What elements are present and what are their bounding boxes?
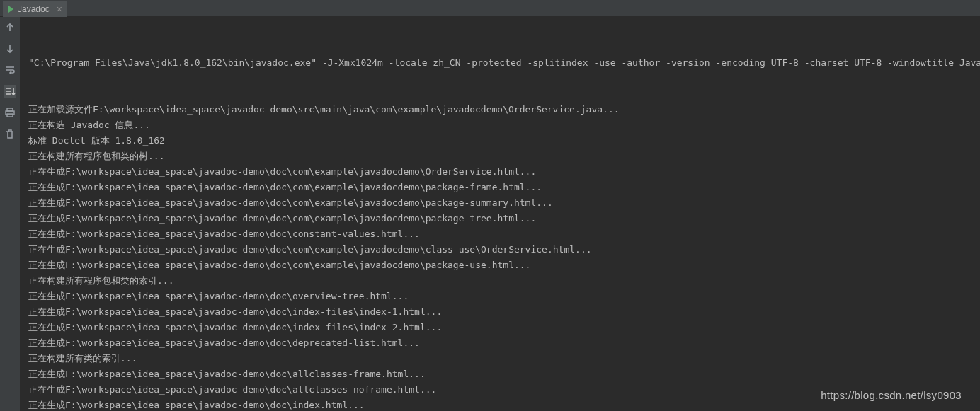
tab-label: Javadoc: [18, 4, 50, 14]
console-line: 正在生成F:\workspace\idea_space\javadoc-demo…: [28, 226, 972, 242]
console-line: 正在生成F:\workspace\idea_space\javadoc-demo…: [28, 335, 972, 351]
tab-bar: Javadoc ×: [0, 0, 980, 17]
command-text: "C:\Program Files\Java\jdk1.8.0_162\bin\…: [28, 57, 980, 68]
console-line: 正在构建所有程序包和类的索引...: [28, 273, 972, 289]
command-line: "C:\Program Files\Java\jdk1.8.0_162\bin\…: [28, 55, 972, 71]
soft-wrap-icon[interactable]: [4, 64, 16, 76]
run-tool-window: "C:\Program Files\Java\jdk1.8.0_162\bin\…: [0, 17, 980, 411]
tab-javadoc[interactable]: Javadoc ×: [3, 1, 67, 17]
console-line: 正在构建所有程序包和类的树...: [28, 149, 972, 164]
console-line: 正在生成F:\workspace\idea_space\javadoc-demo…: [28, 211, 972, 226]
close-icon[interactable]: ×: [54, 4, 62, 14]
console-line: 正在生成F:\workspace\idea_space\javadoc-demo…: [28, 304, 972, 320]
scroll-up-icon[interactable]: [4, 21, 16, 34]
toolbar: [0, 17, 20, 411]
console-line: 正在生成F:\workspace\idea_space\javadoc-demo…: [28, 164, 972, 180]
console-line: 正在构建所有类的索引...: [28, 351, 972, 366]
print-icon[interactable]: [4, 106, 16, 119]
scroll-to-end-icon[interactable]: [4, 85, 16, 98]
console-output[interactable]: "C:\Program Files\Java\jdk1.8.0_162\bin\…: [20, 17, 980, 411]
console-line: 正在生成F:\workspace\idea_space\javadoc-demo…: [28, 180, 972, 195]
console-line: 正在生成F:\workspace\idea_space\javadoc-demo…: [28, 289, 972, 304]
console-line: 正在生成F:\workspace\idea_space\javadoc-demo…: [28, 257, 972, 273]
scroll-down-icon[interactable]: [4, 42, 16, 55]
console-line: 正在生成F:\workspace\idea_space\javadoc-demo…: [28, 320, 972, 335]
console-line: 正在生成F:\workspace\idea_space\javadoc-demo…: [28, 382, 972, 398]
console-line: 正在生成F:\workspace\idea_space\javadoc-demo…: [28, 195, 972, 211]
clear-icon[interactable]: [4, 127, 16, 140]
console-line: 正在构造 Javadoc 信息...: [28, 117, 972, 133]
console-line: 正在生成F:\workspace\idea_space\javadoc-demo…: [28, 398, 972, 411]
console-line: 正在生成F:\workspace\idea_space\javadoc-demo…: [28, 366, 972, 382]
run-icon: [8, 6, 13, 13]
svg-rect-2: [7, 114, 13, 117]
console-line: 标准 Doclet 版本 1.8.0_162: [28, 133, 972, 149]
console-line: 正在生成F:\workspace\idea_space\javadoc-demo…: [28, 242, 972, 257]
console-line: 正在加载源文件F:\workspace\idea_space\javadoc-d…: [28, 102, 972, 117]
